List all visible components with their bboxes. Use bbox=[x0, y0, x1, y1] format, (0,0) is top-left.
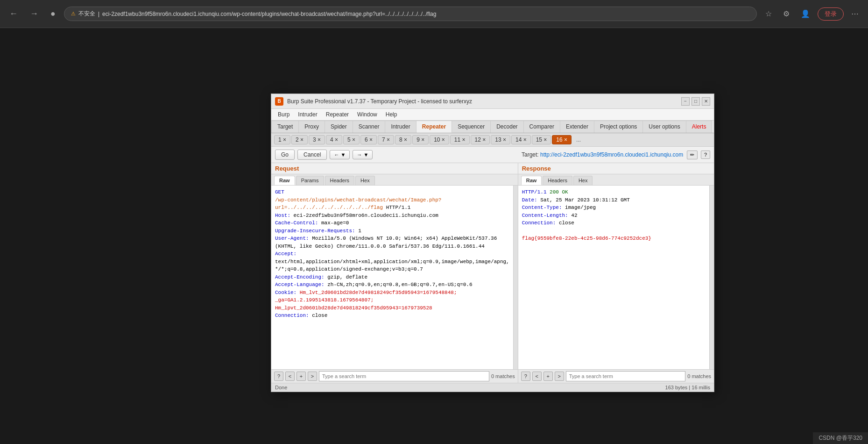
request-tab-raw[interactable]: Raw bbox=[274, 176, 295, 185]
target-url[interactable]: http://eci-2zedf1wbu3n9f58mro6n.cloudeci… bbox=[540, 151, 683, 158]
response-search-input[interactable] bbox=[566, 371, 686, 381]
response-content[interactable]: HTTP/1.1 200 OK Date: Sat, 25 Mar 2023 1… bbox=[518, 186, 709, 369]
tab-project-options[interactable]: Project options bbox=[594, 121, 643, 133]
response-scrollbar[interactable] bbox=[709, 186, 714, 369]
request-tabs: Raw Params Headers Hex bbox=[271, 174, 518, 186]
num-tab-2[interactable]: 2 × bbox=[291, 135, 308, 144]
response-tab-headers[interactable]: Headers bbox=[543, 176, 572, 185]
browser-chrome: ← → ● ⚠ 不安全 | eci-2zedf1wbu3n9f58mro6n.c… bbox=[0, 0, 868, 28]
tab-extender[interactable]: Extender bbox=[560, 121, 594, 133]
response-help-button[interactable]: ? bbox=[521, 372, 530, 381]
tab-spider[interactable]: Spider bbox=[325, 121, 353, 133]
request-content[interactable]: GET /wp-content/plugins/wechat-broadcast… bbox=[271, 186, 513, 369]
window-controls: − □ ✕ bbox=[681, 97, 710, 106]
menu-bar: Burp Intruder Repeater Window Help bbox=[271, 109, 714, 121]
maximize-button[interactable]: □ bbox=[692, 97, 700, 106]
back-button[interactable]: ← bbox=[6, 7, 21, 21]
num-tab-15[interactable]: 15 × bbox=[532, 135, 551, 144]
request-tab-headers[interactable]: Headers bbox=[325, 176, 355, 185]
control-bar: Go Cancel ← ▼ → ▼ Target: http://eci-2ze… bbox=[271, 147, 714, 163]
request-tab-hex[interactable]: Hex bbox=[355, 176, 375, 185]
response-tab-raw[interactable]: Raw bbox=[521, 176, 542, 185]
num-tab-4[interactable]: 4 × bbox=[326, 135, 342, 144]
more-button[interactable]: ⋯ bbox=[847, 7, 862, 20]
titlebar: B Burp Suite Professional v1.7.37 - Temp… bbox=[271, 94, 714, 109]
request-header: Request bbox=[271, 163, 518, 174]
target-label: Target: bbox=[522, 151, 540, 158]
tab-target[interactable]: Target bbox=[271, 121, 299, 133]
tab-repeater[interactable]: Repeater bbox=[416, 121, 452, 133]
request-tab-params[interactable]: Params bbox=[296, 176, 324, 185]
response-matches-count: 0 matches bbox=[687, 373, 711, 379]
num-tab-16[interactable]: 16 × bbox=[552, 135, 572, 144]
response-footer: ? < + > 0 matches bbox=[518, 369, 714, 383]
go-button[interactable]: Go bbox=[275, 150, 295, 160]
refresh-button[interactable]: ● bbox=[47, 7, 59, 21]
target-edit-button[interactable]: ✏ bbox=[687, 150, 698, 159]
extensions-button[interactable]: ⚙ bbox=[779, 7, 793, 20]
request-search-input[interactable] bbox=[319, 371, 489, 381]
url-separator: | bbox=[98, 11, 99, 17]
forward-button[interactable]: → bbox=[26, 7, 42, 21]
request-prev-match[interactable]: < bbox=[285, 372, 295, 381]
number-tabs-row: 1 × 2 × 3 × 4 × 5 × 6 × 7 × 8 × 9 × 10 ×… bbox=[271, 133, 714, 147]
tab-user-options[interactable]: User options bbox=[643, 121, 686, 133]
menu-burp[interactable]: Burp bbox=[274, 110, 293, 119]
bookmark-button[interactable]: ☆ bbox=[762, 7, 776, 20]
request-help-button[interactable]: ? bbox=[274, 372, 283, 381]
profile-button[interactable]: 👤 bbox=[797, 7, 814, 20]
num-tab-13[interactable]: 13 × bbox=[491, 135, 510, 144]
request-matches-count: 0 matches bbox=[491, 373, 515, 379]
next-button[interactable]: → ▼ bbox=[353, 150, 373, 159]
num-tab-5[interactable]: 5 × bbox=[343, 135, 360, 144]
num-tab-14[interactable]: 14 × bbox=[511, 135, 531, 144]
burp-logo: B bbox=[275, 97, 283, 106]
num-tab-3[interactable]: 3 × bbox=[309, 135, 325, 144]
request-next-match-plus[interactable]: + bbox=[296, 372, 306, 381]
tab-comparer[interactable]: Comparer bbox=[524, 121, 560, 133]
status-left: Done bbox=[275, 385, 287, 390]
login-button[interactable]: 登录 bbox=[818, 7, 844, 21]
menu-help[interactable]: Help bbox=[382, 110, 401, 119]
status-bar: Done 163 bytes | 16 millis bbox=[271, 383, 714, 392]
num-tab-12[interactable]: 12 × bbox=[471, 135, 490, 144]
response-next-match-plus[interactable]: + bbox=[543, 372, 553, 381]
response-next-match[interactable]: > bbox=[555, 372, 564, 381]
address-bar[interactable]: ⚠ 不安全 | eci-2zedf1wbu3n9f58mro6n.cloudec… bbox=[64, 7, 757, 21]
tab-scanner[interactable]: Scanner bbox=[353, 121, 386, 133]
num-tab-1[interactable]: 1 × bbox=[274, 135, 290, 144]
tab-decoder[interactable]: Decoder bbox=[491, 121, 523, 133]
minimize-button[interactable]: − bbox=[681, 97, 690, 106]
target-info: Target: http://eci-2zedf1wbu3n9f58mro6n.… bbox=[375, 150, 710, 159]
num-tab-11[interactable]: 11 × bbox=[450, 135, 470, 144]
request-panel: Request Raw Params Headers Hex GET /wp-c… bbox=[271, 163, 518, 383]
num-tab-8[interactable]: 8 × bbox=[395, 135, 411, 144]
tab-sequencer[interactable]: Sequencer bbox=[452, 121, 491, 133]
menu-repeater[interactable]: Repeater bbox=[322, 110, 353, 119]
request-next-match[interactable]: > bbox=[308, 372, 317, 381]
main-bg: B Burp Suite Professional v1.7.37 - Temp… bbox=[0, 28, 868, 444]
num-tab-more[interactable]: ... bbox=[572, 136, 585, 144]
num-tab-6[interactable]: 6 × bbox=[360, 135, 377, 144]
request-scrollbar[interactable] bbox=[513, 186, 518, 369]
tab-alerts[interactable]: Alerts bbox=[686, 121, 713, 133]
browser-action-buttons: ☆ ⚙ 👤 登录 ⋯ bbox=[762, 7, 862, 21]
tab-proxy[interactable]: Proxy bbox=[299, 121, 325, 133]
response-tab-hex[interactable]: Hex bbox=[573, 176, 593, 185]
menu-window[interactable]: Window bbox=[353, 110, 381, 119]
prev-button[interactable]: ← ▼ bbox=[330, 150, 350, 159]
response-prev-match[interactable]: < bbox=[532, 372, 542, 381]
tab-intruder[interactable]: Intruder bbox=[385, 121, 416, 133]
num-tab-9[interactable]: 9 × bbox=[412, 135, 429, 144]
menu-intruder[interactable]: Intruder bbox=[294, 110, 321, 119]
burp-suite-window: B Burp Suite Professional v1.7.37 - Temp… bbox=[271, 93, 714, 392]
response-tabs: Raw Headers Hex bbox=[518, 174, 714, 186]
target-info-button[interactable]: ? bbox=[701, 150, 710, 159]
cancel-button[interactable]: Cancel bbox=[297, 150, 327, 160]
security-warning-icon: ⚠ bbox=[71, 11, 76, 17]
num-tab-7[interactable]: 7 × bbox=[378, 135, 394, 144]
request-title: Request bbox=[275, 165, 299, 172]
num-tab-10[interactable]: 10 × bbox=[430, 135, 449, 144]
request-footer: ? < + > 0 matches bbox=[271, 369, 518, 383]
close-button[interactable]: ✕ bbox=[702, 97, 710, 106]
